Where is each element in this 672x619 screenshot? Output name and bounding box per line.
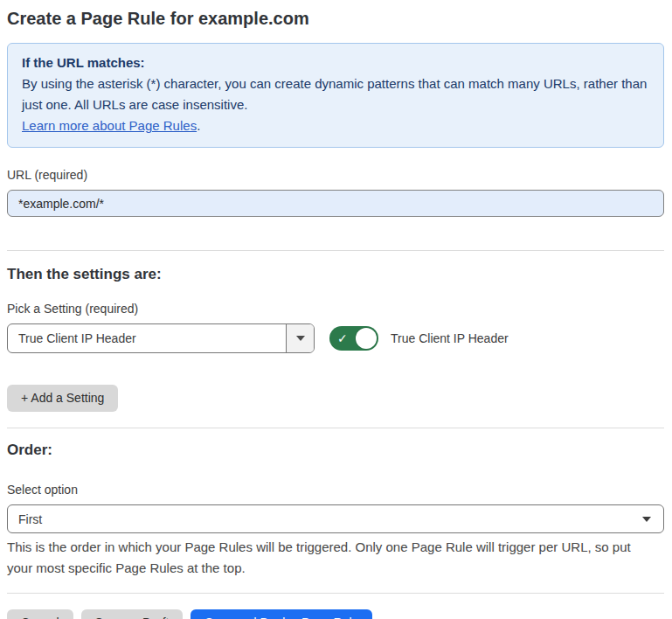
order-select[interactable]: First [7, 504, 664, 533]
url-match-info-box: If the URL matches: By using the asteris… [7, 43, 664, 148]
order-help-text: This is the order in which your Page Rul… [7, 537, 654, 579]
info-box-heading: If the URL matches: [22, 52, 649, 73]
page-title: Create a Page Rule for example.com [7, 7, 664, 30]
save-and-deploy-button[interactable]: Save and Deploy Page Rule [191, 609, 372, 619]
order-section-heading: Order: [7, 441, 664, 460]
true-client-ip-toggle[interactable]: ✓ [329, 326, 378, 351]
save-as-draft-button[interactable]: Save as Draft [81, 609, 184, 619]
chevron-down-icon [296, 336, 305, 341]
learn-more-link[interactable]: Learn more about Page Rules [22, 118, 197, 133]
footer-divider [7, 593, 664, 594]
url-input[interactable] [7, 190, 664, 217]
setting-select-value: True Client IP Header [8, 324, 286, 352]
section-divider [7, 250, 664, 251]
setting-select[interactable]: True Client IP Header [7, 323, 315, 353]
order-select-value: First [18, 512, 642, 526]
chevron-down-icon [642, 517, 651, 522]
info-box-link-line: Learn more about Page Rules. [22, 115, 649, 136]
check-icon: ✓ [337, 330, 348, 346]
cancel-button[interactable]: Cancel [7, 609, 73, 619]
info-box-body: By using the asterisk (*) character, you… [22, 73, 649, 115]
section-divider [7, 428, 664, 428]
link-period: . [197, 118, 200, 133]
footer-button-row: Cancel Save as Draft Save and Deploy Pag… [7, 609, 664, 619]
add-setting-button[interactable]: + Add a Setting [7, 385, 118, 412]
toggle-knob [356, 328, 377, 349]
pick-setting-label: Pick a Setting (required) [7, 301, 664, 316]
setting-select-arrow-button[interactable] [286, 324, 314, 352]
toggle-label: True Client IP Header [391, 331, 509, 345]
settings-section-heading: Then the settings are: [7, 265, 664, 284]
url-field-label: URL (required) [7, 167, 664, 183]
create-page-rule-form: Create a Page Rule for example.com If th… [0, 0, 672, 619]
settings-row: True Client IP Header ✓ True Client IP H… [7, 323, 664, 353]
order-select-label: Select option [7, 482, 664, 497]
